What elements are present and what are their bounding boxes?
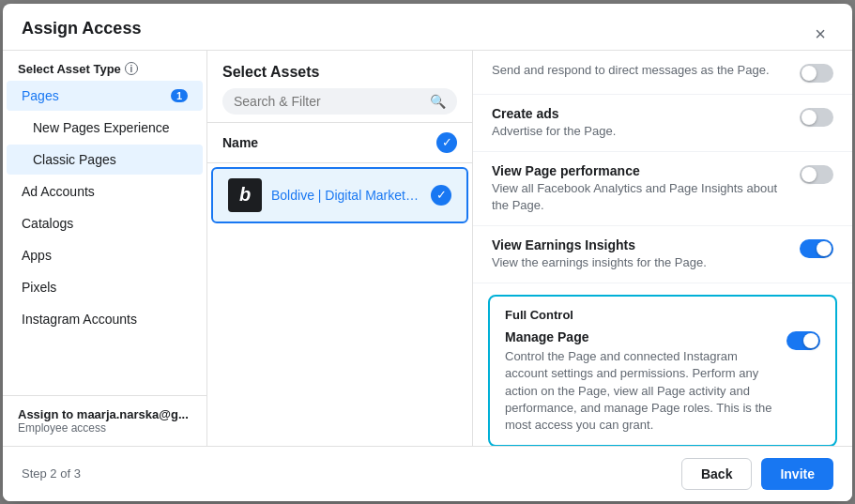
sidebar-item-catalogs[interactable]: Catalogs	[7, 208, 203, 238]
dm-toggle[interactable]	[800, 64, 833, 83]
sidebar-item-new-pages[interactable]: New Pages Experience	[7, 113, 203, 143]
create-ads-title: Create ads	[492, 106, 785, 121]
sidebar-item-apps[interactable]: Apps	[7, 240, 203, 270]
assign-role: Employee access	[18, 421, 191, 435]
modal-title: Assign Access	[22, 19, 141, 50]
search-icon: 🔍	[430, 94, 446, 109]
modal-body: Select Asset Type i Pages 1 New Pages Ex…	[3, 51, 852, 446]
step-label: Step 2 of 3	[22, 466, 81, 481]
sidebar-item-pixels[interactable]: Pixels	[7, 272, 203, 302]
search-box[interactable]: 🔍	[222, 88, 457, 115]
sidebar-item-instagram[interactable]: Instagram Accounts	[7, 304, 203, 334]
modal-header: Assign Access ×	[3, 4, 852, 51]
middle-header: Select Assets 🔍	[207, 51, 472, 123]
full-control-box: Full Control Manage Page Control the Pag…	[488, 295, 837, 445]
permission-item-dm: Send and respond to direct messages as t…	[473, 51, 852, 95]
select-assets-title: Select Assets	[222, 64, 457, 81]
permission-item-create-ads: Create ads Advertise for the Page.	[473, 95, 852, 152]
check-all-icon[interactable]: ✓	[436, 132, 457, 153]
right-panel: Send and respond to direct messages as t…	[473, 51, 852, 446]
assign-access-modal: Assign Access × Select Asset Type i Page…	[3, 4, 852, 501]
page-list-item[interactable]: b Boldive | Digital Marketing ... ✓	[211, 167, 468, 223]
manage-page-title: Manage Page	[505, 329, 775, 344]
sidebar-bottom: Assign to maarja.narska@g... Employee ac…	[3, 395, 206, 446]
view-perf-desc: View all Facebook Analytics and Page Ins…	[492, 180, 785, 214]
page-logo: b	[228, 178, 262, 212]
dm-desc: Send and respond to direct messages as t…	[492, 62, 785, 79]
footer-buttons: Back Invite	[681, 458, 833, 490]
page-name: Boldive | Digital Marketing ...	[271, 188, 421, 203]
column-header: Name ✓	[207, 123, 472, 163]
search-input[interactable]	[234, 94, 422, 109]
view-perf-title: View Page performance	[492, 163, 785, 178]
earnings-toggle[interactable]	[800, 239, 833, 258]
invite-button[interactable]: Invite	[761, 458, 833, 490]
create-ads-toggle[interactable]	[800, 108, 833, 127]
permission-item-view-perf: View Page performance View all Facebook …	[473, 152, 852, 226]
sidebar: Select Asset Type i Pages 1 New Pages Ex…	[3, 51, 207, 446]
create-ads-desc: Advertise for the Page.	[492, 123, 785, 140]
middle-panel: Select Assets 🔍 Name ✓ b Boldive | Digit…	[207, 51, 473, 446]
sidebar-item-ad-accounts[interactable]: Ad Accounts	[7, 176, 203, 206]
info-icon[interactable]: i	[125, 62, 138, 75]
manage-page-desc: Control the Page and connected Instagram…	[505, 348, 775, 434]
modal-footer: Step 2 of 3 Back Invite	[3, 446, 852, 501]
pages-badge: 1	[171, 89, 188, 102]
close-button[interactable]: ×	[807, 21, 833, 47]
view-perf-toggle[interactable]	[800, 165, 833, 184]
full-control-toggle[interactable]	[786, 331, 820, 350]
page-selected-icon: ✓	[431, 185, 451, 206]
sidebar-item-pages[interactable]: Pages 1	[7, 81, 203, 111]
sidebar-section-label: Select Asset Type i	[3, 51, 206, 80]
full-control-title: Full Control	[505, 308, 820, 322]
name-col-label: Name	[222, 135, 258, 150]
assign-email: Assign to maarja.narska@g...	[18, 407, 191, 421]
back-button[interactable]: Back	[681, 458, 752, 490]
earnings-desc: View the earnings insights for the Page.	[492, 254, 785, 271]
earnings-title: View Earnings Insights	[492, 237, 785, 252]
permission-item-earnings: View Earnings Insights View the earnings…	[473, 226, 852, 283]
sidebar-item-classic-pages[interactable]: Classic Pages	[7, 145, 203, 175]
